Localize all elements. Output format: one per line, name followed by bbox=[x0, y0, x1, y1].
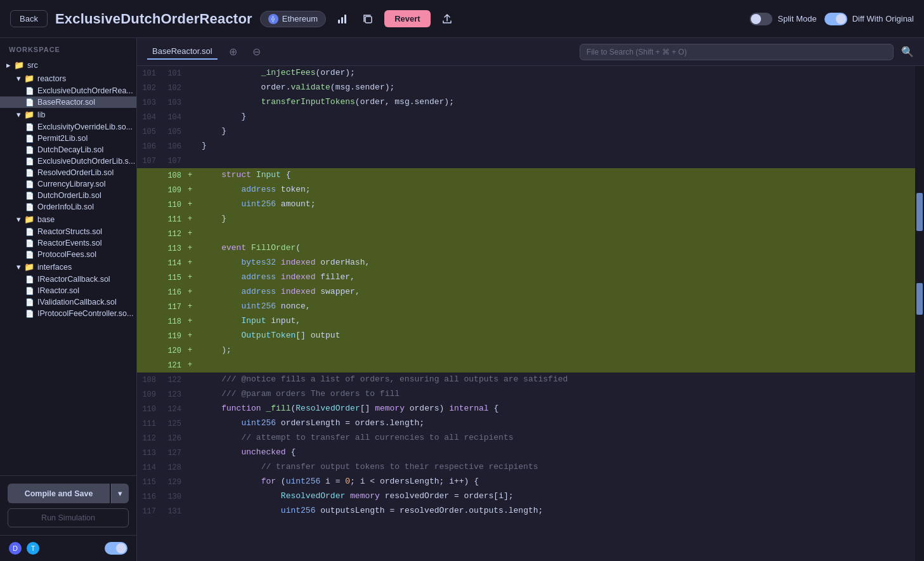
sidebar-item-order-info[interactable]: 📄 OrderInfoLib.sol bbox=[0, 201, 136, 213]
file-icon-15: 📄 bbox=[25, 287, 34, 295]
code-line-119-diff: 119 + OutputToken[] output bbox=[137, 329, 915, 343]
ethereum-icon: ⟠ bbox=[268, 14, 278, 24]
sidebar-item-reactor-events[interactable]: 📄 ReactorEvents.sol bbox=[0, 237, 136, 249]
discord-icon[interactable]: D bbox=[9, 542, 22, 555]
main-layout: WORKSPACE ▸ 📁 src ▾ 📁 reactors 📄 Exclusi… bbox=[0, 38, 924, 561]
sidebar-item-resolved-order[interactable]: 📄 ResolvedOrderLib.sol bbox=[0, 167, 136, 178]
sidebar-item-interfaces[interactable]: ▾ 📁 interfaces bbox=[0, 260, 136, 274]
file-icon-16: 📄 bbox=[25, 298, 34, 307]
split-mode-label: Split Mode bbox=[778, 14, 816, 23]
dutch-order-filename: DutchOrderLib.sol bbox=[37, 191, 101, 200]
code-line-115-diff: 115 + address indexed filler, bbox=[137, 270, 915, 285]
exclusive-dutch-filename: ExclusiveDutchOrderRea... bbox=[37, 86, 133, 95]
code-content: 101 101 _injectFees(order); 102 102 orde… bbox=[137, 66, 915, 561]
lib-expand-icon: ▾ bbox=[16, 110, 21, 119]
base-label: base bbox=[37, 215, 55, 224]
file-icon-11: 📄 bbox=[25, 228, 34, 236]
file-search-input[interactable] bbox=[580, 44, 894, 60]
order-info-filename: OrderInfoLib.sol bbox=[37, 202, 94, 211]
sidebar-actions: Compile and Save ▾ Run Simulation bbox=[0, 475, 136, 535]
file-icon-8: 📄 bbox=[25, 180, 34, 188]
code-line-117-131: 117 131 uint256 outputsLength = resolved… bbox=[137, 504, 915, 518]
svg-rect-0 bbox=[338, 20, 340, 23]
svg-rect-2 bbox=[344, 15, 346, 23]
run-simulation-button[interactable]: Run Simulation bbox=[8, 508, 129, 527]
code-line-101: 101 101 _injectFees(order); bbox=[137, 66, 915, 81]
code-editor[interactable]: 101 101 _injectFees(order); 102 102 orde… bbox=[137, 66, 924, 561]
code-line-113-127: 113 127 unchecked { bbox=[137, 446, 915, 460]
sidebar-item-reactor-structs[interactable]: 📄 ReactorStructs.sol bbox=[0, 226, 136, 237]
code-line-116-diff: 116 + address indexed swapper, bbox=[137, 285, 915, 300]
compile-dropdown-button[interactable]: ▾ bbox=[111, 484, 129, 503]
file-tab[interactable]: BaseReactor.sol bbox=[147, 44, 218, 60]
compile-save-button[interactable]: Compile and Save bbox=[8, 484, 110, 503]
src-folder-icon: 📁 bbox=[14, 60, 24, 70]
code-line-117-diff: 117 + uint256 nonce, bbox=[137, 300, 915, 314]
sidebar-item-exclusive-dutch[interactable]: 📄 ExclusiveDutchOrderRea... bbox=[0, 85, 136, 96]
currency-filename: CurrencyLibrary.sol bbox=[37, 180, 105, 188]
code-line-108-diff: 108 + struct Input { bbox=[137, 168, 915, 183]
src-label: src bbox=[27, 61, 38, 70]
copy-icon-button[interactable] bbox=[359, 10, 377, 28]
zoom-out-button[interactable]: ⊖ bbox=[249, 44, 264, 59]
split-mode-toggle[interactable] bbox=[750, 13, 772, 25]
search-button[interactable]: 🔍 bbox=[901, 46, 914, 58]
code-line-121-diff: 121 + bbox=[137, 358, 915, 373]
footer-toggle[interactable] bbox=[105, 542, 127, 555]
network-badge[interactable]: ⟠ Ethereum bbox=[260, 11, 326, 27]
iprotocol-filename: IProtocolFeeController.so... bbox=[37, 309, 133, 318]
code-line-102: 102 102 order.validate(msg.sender); bbox=[137, 81, 915, 95]
diff-toggle-group: Diff With Original bbox=[824, 13, 914, 25]
sidebar-item-protocol-fees[interactable]: 📄 ProtocolFees.sol bbox=[0, 249, 136, 260]
twitter-icon[interactable]: T bbox=[27, 542, 39, 555]
sidebar-item-currency[interactable]: 📄 CurrencyLibrary.sol bbox=[0, 178, 136, 190]
code-line-111-125: 111 125 uint256 ordersLength = orders.le… bbox=[137, 416, 915, 431]
sidebar-item-ireactor[interactable]: 📄 IReactor.sol bbox=[0, 285, 136, 296]
folder-icon: ▸ bbox=[6, 60, 11, 70]
sidebar-item-base[interactable]: ▾ 📁 base bbox=[0, 213, 136, 226]
sidebar-item-ivalidation[interactable]: 📄 IValidationCallback.sol bbox=[0, 296, 136, 308]
editor-toolbar: BaseReactor.sol ⊕ ⊖ 🔍 bbox=[137, 38, 924, 66]
zoom-in-button[interactable]: ⊕ bbox=[225, 44, 241, 59]
ivalidation-filename: IValidationCallback.sol bbox=[37, 298, 117, 307]
sidebar-item-exclusive-dutch-order[interactable]: 📄 ExclusiveDutchOrderLib.s... bbox=[0, 155, 136, 167]
code-line-120-diff: 120 + ); bbox=[137, 343, 915, 358]
back-button[interactable]: Back bbox=[10, 10, 48, 27]
sidebar-item-exclusivity[interactable]: 📄 ExclusivityOverrideLib.so... bbox=[0, 121, 136, 133]
sidebar-item-iprotocol[interactable]: 📄 IProtocolFeeController.so... bbox=[0, 308, 136, 319]
file-icon-10: 📄 bbox=[25, 203, 34, 211]
page-title: ExclusiveDutchOrderReactor bbox=[55, 11, 252, 27]
sidebar-item-ireactor-callback[interactable]: 📄 IReactorCallback.sol bbox=[0, 274, 136, 285]
code-line-114-128: 114 128 // transfer output tokens to the… bbox=[137, 460, 915, 475]
chart-icon-button[interactable] bbox=[334, 10, 351, 28]
sidebar-item-base-reactor[interactable]: 📄 BaseReactor.sol bbox=[0, 96, 136, 108]
file-icon-3: 📄 bbox=[25, 123, 34, 131]
minimap-chunk-2 bbox=[916, 283, 923, 315]
ireactor-filename: IReactor.sol bbox=[37, 286, 79, 295]
sidebar-item-permit2[interactable]: 📄 Permit2Lib.sol bbox=[0, 133, 136, 144]
protocol-fees-filename: ProtocolFees.sol bbox=[37, 250, 96, 259]
minimap-chunk-1 bbox=[916, 193, 923, 231]
sidebar-item-dutch-order[interactable]: 📄 DutchOrderLib.sol bbox=[0, 190, 136, 201]
code-line-113-diff: 113 + event FillOrder( bbox=[137, 241, 915, 256]
sidebar-item-reactors[interactable]: ▾ 📁 reactors bbox=[0, 72, 136, 85]
interfaces-label: interfaces bbox=[37, 263, 72, 272]
ireactor-callback-filename: IReactorCallback.sol bbox=[37, 275, 110, 284]
reactors-label: reactors bbox=[37, 74, 66, 83]
reactor-events-filename: ReactorEvents.sol bbox=[37, 239, 101, 248]
sidebar-item-lib[interactable]: ▾ 📁 lib bbox=[0, 108, 136, 121]
file-icon-17: 📄 bbox=[25, 310, 34, 318]
file-icon-5: 📄 bbox=[25, 146, 34, 154]
diff-toggle[interactable] bbox=[824, 13, 847, 25]
sidebar-item-src[interactable]: ▸ 📁 src bbox=[0, 58, 136, 72]
svg-rect-1 bbox=[341, 17, 343, 23]
share-icon-button[interactable] bbox=[438, 10, 456, 28]
code-line-104: 104 104 } bbox=[137, 110, 915, 124]
file-tree: ▸ 📁 src ▾ 📁 reactors 📄 ExclusiveDutchOrd… bbox=[0, 58, 136, 475]
minimap bbox=[915, 66, 924, 561]
network-label: Ethereum bbox=[282, 14, 318, 23]
code-line-105: 105 105 } bbox=[137, 124, 915, 139]
sidebar-item-dutch-decay[interactable]: 📄 DutchDecayLib.sol bbox=[0, 144, 136, 155]
revert-button[interactable]: Revert bbox=[384, 10, 430, 27]
split-mode-toggle-group: Split Mode bbox=[750, 13, 816, 25]
